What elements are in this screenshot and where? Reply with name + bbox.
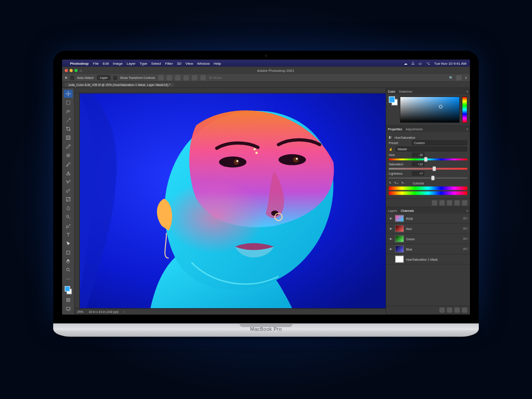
workspace-icon[interactable]: [456, 75, 462, 80]
menu-view[interactable]: View: [185, 61, 193, 65]
visibility-icon[interactable]: 👁: [388, 217, 393, 220]
window-minimize-button[interactable]: [70, 69, 73, 72]
menu-window[interactable]: Window: [197, 61, 210, 65]
panel-menu-icon[interactable]: ≡: [466, 209, 468, 212]
clone-stamp-tool[interactable]: [64, 169, 73, 177]
menu-file[interactable]: File: [93, 61, 99, 65]
menu-help[interactable]: Help: [214, 61, 221, 65]
hue-value[interactable]: -16: [412, 153, 424, 157]
color-fg-bg[interactable]: [389, 97, 398, 106]
channel-row[interactable]: 👁Green⌘4: [386, 234, 470, 244]
home-icon[interactable]: ⌂: [80, 68, 82, 72]
cloud-icon[interactable]: ☁: [404, 61, 407, 65]
eyedropper-icon[interactable]: ✎: [389, 181, 391, 185]
visibility-icon[interactable]: 👁: [388, 237, 393, 240]
trash-icon[interactable]: [462, 200, 467, 206]
distribute-icon[interactable]: [200, 75, 206, 80]
tab-adjustments[interactable]: Adjustments: [406, 127, 423, 130]
mask-icon[interactable]: [432, 200, 437, 206]
lightness-value[interactable]: +7: [412, 172, 424, 176]
tab-properties[interactable]: Properties: [388, 127, 402, 130]
magic-wand-tool[interactable]: [64, 116, 73, 124]
hue-range-bar[interactable]: [389, 192, 467, 195]
color-picker-field[interactable]: [400, 97, 460, 123]
new-channel-icon[interactable]: [454, 308, 460, 313]
share-icon[interactable]: ⇪: [465, 76, 467, 79]
channel-row[interactable]: 👁Blue⌘5: [386, 244, 470, 254]
document-tab[interactable]: Julia_Color-Edit_V05.tif @ 25% (Hue/Satu…: [65, 83, 174, 87]
window-maximize-button[interactable]: [74, 69, 78, 72]
screen-mode-button[interactable]: [64, 305, 73, 313]
blur-tool[interactable]: [64, 204, 73, 212]
hue-slider[interactable]: [389, 158, 467, 161]
wifi-icon[interactable]: ⧋: [411, 61, 415, 66]
eyedropper-add-icon[interactable]: ✎₊: [394, 181, 399, 185]
document-canvas[interactable]: [80, 94, 386, 309]
battery-icon[interactable]: ▭: [419, 61, 422, 65]
zoom-tool[interactable]: [64, 266, 73, 274]
eye-icon[interactable]: [447, 200, 452, 206]
eraser-tool[interactable]: [64, 187, 73, 195]
hand-tool[interactable]: [64, 257, 73, 265]
menu-layer[interactable]: Layer: [127, 61, 136, 65]
menu-filter[interactable]: Filter: [165, 61, 173, 65]
visibility-icon[interactable]: 👁: [388, 227, 393, 230]
distribute-icon[interactable]: [192, 75, 197, 80]
window-close-button[interactable]: [65, 69, 68, 72]
history-brush-tool[interactable]: [64, 178, 73, 186]
color-range-dropdown[interactable]: Master: [395, 147, 467, 152]
tab-channels[interactable]: Channels: [401, 209, 414, 212]
trash-icon[interactable]: [462, 308, 467, 313]
pen-tool[interactable]: [64, 222, 73, 230]
preset-dropdown[interactable]: Custom: [412, 141, 467, 145]
panel-menu-icon[interactable]: ≡: [466, 127, 468, 130]
visibility-icon[interactable]: 👁: [388, 247, 393, 250]
reset-icon[interactable]: [454, 200, 460, 206]
control-center-icon[interactable]: ⌥: [426, 61, 430, 65]
clip-icon[interactable]: [439, 200, 445, 206]
channel-row[interactable]: 👁RGB⌘2: [386, 214, 470, 224]
align-icon[interactable]: [167, 75, 172, 80]
tab-swatches[interactable]: Swatches: [399, 90, 412, 93]
lasso-tool[interactable]: [64, 107, 73, 115]
path-select-tool[interactable]: [64, 239, 73, 247]
marquee-tool[interactable]: [64, 98, 73, 106]
hue-strip[interactable]: [462, 97, 467, 123]
menu-type[interactable]: Type: [140, 61, 147, 65]
ruler-vertical[interactable]: [74, 94, 80, 309]
auto-select-dropdown[interactable]: Layer: [97, 75, 110, 80]
brush-tool[interactable]: [64, 160, 73, 168]
channel-row[interactable]: 👁Red⌘3: [386, 224, 470, 234]
menu-3d[interactable]: 3D: [177, 61, 181, 65]
move-tool[interactable]: [64, 90, 73, 98]
menu-image[interactable]: Image: [113, 61, 122, 65]
menu-edit[interactable]: Edit: [103, 61, 109, 65]
ruler-horizontal[interactable]: [74, 88, 386, 94]
zoom-level[interactable]: 25%: [77, 310, 83, 313]
align-icon[interactable]: [175, 75, 180, 80]
panel-menu-icon[interactable]: ≡: [466, 90, 468, 93]
saturation-slider[interactable]: [389, 168, 467, 170]
hue-range-bar[interactable]: [389, 187, 467, 190]
app-name[interactable]: Photoshop: [70, 61, 89, 65]
quick-mask-button[interactable]: [64, 296, 73, 304]
eyedropper-tool[interactable]: [64, 143, 73, 151]
save-selection-icon[interactable]: [447, 308, 452, 313]
edit-toolbar-button[interactable]: ⋯: [64, 275, 73, 283]
shape-tool[interactable]: [64, 248, 73, 256]
frame-tool[interactable]: [64, 134, 73, 142]
menu-select[interactable]: Select: [151, 61, 161, 65]
type-tool[interactable]: [64, 231, 73, 239]
target-adjust-icon[interactable]: ☝: [389, 147, 393, 151]
channel-row[interactable]: Hue/Saturation 1 Mask: [386, 254, 470, 265]
dodge-tool[interactable]: [64, 213, 73, 221]
lightness-slider[interactable]: [389, 177, 467, 180]
auto-select-checkbox[interactable]: [70, 76, 74, 79]
load-selection-icon[interactable]: [439, 308, 445, 313]
clock[interactable]: Tue Nov 10 9:41 AM: [434, 61, 466, 65]
gradient-tool[interactable]: [64, 196, 73, 203]
search-icon[interactable]: 🔍: [449, 76, 453, 79]
distribute-icon[interactable]: [184, 75, 189, 80]
eyedropper-sub-icon[interactable]: ✎₋: [401, 181, 406, 185]
healing-tool[interactable]: [64, 152, 73, 160]
